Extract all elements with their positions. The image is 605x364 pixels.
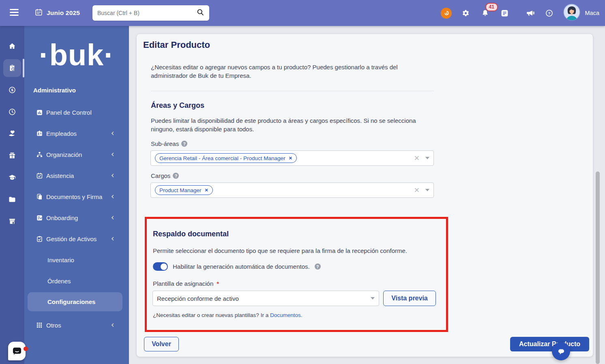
- sidebar-item-empleados[interactable]: Empleados: [24, 123, 129, 144]
- chat-fab-button[interactable]: [552, 342, 570, 360]
- chevron-left-icon[interactable]: [110, 152, 115, 157]
- vista-previa-button[interactable]: Vista previa: [383, 291, 436, 306]
- rail-files-folder-icon[interactable]: [3, 191, 21, 208]
- sidebar-item-panel-de-control[interactable]: Panel de Control: [24, 102, 129, 123]
- remove-tag-icon[interactable]: ✕: [205, 188, 208, 193]
- buk-logo: ·buk·: [24, 36, 129, 75]
- rail-assets-clipboard-icon[interactable]: [3, 59, 21, 77]
- edit-product-card: Editar Producto ¿Necesitas editar o agre…: [137, 34, 593, 357]
- rail-training-graduation-cap-icon[interactable]: [3, 169, 21, 186]
- subareas-select[interactable]: Gerencia Retail - Área comercial - Produ…: [150, 150, 434, 166]
- sidebar-item-label: Asistencia: [46, 172, 74, 179]
- toggle-help-icon[interactable]: ?: [315, 263, 321, 270]
- chat-widget-button[interactable]: [8, 342, 26, 360]
- documents-note-icon[interactable]: [495, 9, 515, 17]
- sidebar-subitem-configuraciones[interactable]: Configuraciones: [28, 292, 122, 311]
- sidebar-item-label: Organización: [46, 151, 82, 158]
- respaldo-heading: Respaldo documental: [153, 230, 229, 238]
- plantilla-selected-value: Recepción conforme de activo: [157, 295, 239, 302]
- settings-gear-icon[interactable]: [456, 9, 476, 17]
- cargos-select[interactable]: Product Manager ✕ ✕: [150, 182, 434, 198]
- chat-notification-dot: [24, 347, 28, 351]
- respaldo-description: Permite seleccionar el documento tipo qu…: [153, 247, 437, 254]
- sidebar-item-otros[interactable]: Otros: [24, 315, 129, 336]
- clear-select-icon[interactable]: ✕: [414, 155, 420, 162]
- auto-documents-toggle[interactable]: [153, 262, 168, 271]
- sidebar-item-label: Onboarding: [46, 214, 78, 221]
- announcements-megaphone-icon[interactable]: [520, 9, 540, 17]
- cargos-help-icon[interactable]: ?: [173, 173, 179, 179]
- svg-text:?: ?: [548, 11, 551, 15]
- plantilla-label: Plantilla de asignación *: [153, 280, 219, 287]
- search-input[interactable]: [97, 10, 196, 16]
- rail-benefits-hand-heart-icon[interactable]: [3, 125, 21, 143]
- svg-text:$: $: [11, 88, 13, 92]
- sidebar-item-organizacion[interactable]: Organización: [24, 144, 129, 165]
- search-box[interactable]: [92, 5, 209, 21]
- search-icon[interactable]: [196, 8, 204, 18]
- sidebar-item-label: Otros: [46, 322, 61, 329]
- cargos-selected-tag: Product Manager ✕: [155, 185, 213, 195]
- chevron-down-icon[interactable]: [425, 157, 429, 159]
- remove-tag-icon[interactable]: ✕: [289, 156, 292, 161]
- sidebar-item-label: Documentos y Firma: [46, 193, 102, 200]
- sidebar-item-asistencia[interactable]: Asistencia: [24, 165, 129, 186]
- annotation-highlight-box: Respaldo documental Permite seleccionar …: [145, 217, 448, 332]
- calendar-icon: [35, 9, 43, 18]
- clear-select-icon[interactable]: ✕: [414, 187, 420, 194]
- documentos-link[interactable]: Documentos.: [270, 312, 302, 318]
- user-name: Maca: [585, 10, 599, 16]
- list-check-icon: [36, 215, 43, 221]
- actualizar-producto-button[interactable]: Actualizar Producto: [510, 337, 589, 351]
- period-label[interactable]: Junio 2025: [47, 9, 80, 17]
- sidebar-item-label: Gestión de Activos: [46, 236, 97, 242]
- chevron-left-icon[interactable]: [110, 323, 115, 328]
- divider: [151, 91, 434, 91]
- clipboard-check-icon: [36, 236, 43, 242]
- chevron-down-icon[interactable]: [425, 189, 429, 191]
- cargos-label: Cargos ?: [151, 172, 179, 179]
- sidebar-item-documentos-y-firma[interactable]: Documentos y Firma: [24, 186, 129, 207]
- assistant-icon[interactable]: [437, 8, 456, 19]
- rail-marketplace-store-icon[interactable]: [3, 212, 21, 230]
- org-chart-icon: [36, 152, 43, 158]
- icon-rail: $: [0, 26, 24, 364]
- plantillas-help-line: ¿Necesitas editar o crear nuevas plantil…: [153, 312, 302, 318]
- sidebar-item-label: Empleados: [46, 130, 77, 137]
- areas-cargos-description: Puedes limitar la disponibilidad de este…: [151, 116, 431, 133]
- sidebar-subitem-ordenes[interactable]: Órdenes: [24, 270, 129, 291]
- sidebar-item-gestion-de-activos[interactable]: Gestión de Activos: [24, 228, 129, 249]
- rail-time-clock-icon[interactable]: [3, 103, 21, 121]
- volver-button[interactable]: Volver: [144, 337, 179, 351]
- required-asterisk: *: [217, 280, 219, 287]
- rail-home-icon[interactable]: [3, 37, 21, 55]
- chevron-left-icon[interactable]: [110, 236, 115, 241]
- documents-icon: [36, 194, 43, 200]
- grid-icon: [36, 322, 43, 328]
- bar-chart-icon: [36, 109, 43, 116]
- chevron-left-icon[interactable]: [110, 131, 115, 136]
- sidebar: ·buk· Administrativo Panel de Control Em…: [24, 26, 129, 364]
- rail-payroll-dollar-icon[interactable]: $: [3, 81, 21, 99]
- notifications-bell-icon[interactable]: 41: [476, 9, 495, 17]
- chevron-left-icon[interactable]: [110, 194, 115, 199]
- sidebar-subitem-inventario[interactable]: Inventario: [24, 249, 129, 270]
- subareas-help-icon[interactable]: ?: [181, 141, 187, 147]
- sidebar-item-onboarding[interactable]: Onboarding: [24, 207, 129, 228]
- hamburger-menu-icon[interactable]: [10, 9, 19, 17]
- rail-gift-icon[interactable]: [3, 147, 21, 165]
- plantilla-select[interactable]: Recepción conforme de activo: [152, 291, 379, 306]
- user-menu[interactable]: Maca: [563, 4, 599, 22]
- areas-cargos-heading: Áreas y Cargos: [151, 101, 204, 110]
- help-icon[interactable]: ?: [540, 9, 559, 17]
- topbar: Junio 2025 41 ?: [0, 0, 605, 26]
- intro-text: ¿Necesitas editar o agregar nuevos campo…: [151, 63, 410, 80]
- sidebar-section-label: Administrativo: [33, 87, 129, 94]
- chevron-left-icon[interactable]: [110, 215, 115, 220]
- sidebar-item-label: Panel de Control: [46, 109, 92, 116]
- scrollbar-thumb[interactable]: [596, 171, 600, 364]
- chevron-left-icon[interactable]: [110, 173, 115, 178]
- chevron-down-icon[interactable]: [371, 297, 375, 300]
- avatar[interactable]: [563, 4, 580, 22]
- toggle-label: Habilitar la generación automática de do…: [173, 263, 310, 270]
